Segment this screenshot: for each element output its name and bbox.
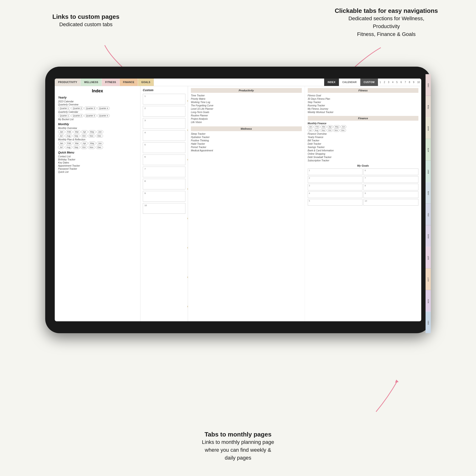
prod-priority-matrix[interactable]: Priority Matrix [191,98,302,100]
month-tab-sep[interactable]: SEP [425,247,431,269]
quarterly-calendar[interactable]: Quarterly Calendar [58,111,137,113]
mpr-mar[interactable]: Mar [73,142,81,145]
quick-birthday-tracker[interactable]: Birthday Tracker [58,158,137,161]
well-medical-appointment[interactable]: Medical Appointment [191,149,302,152]
fin-bill-tracker[interactable]: Bill Tracker [308,139,419,142]
mpr-may[interactable]: May [88,142,96,145]
qc2-pill[interactable]: Quarter 2 [71,114,84,117]
custom-box-5[interactable]: 5 [143,142,186,153]
q3-pill[interactable]: Quarter 3 [84,107,97,110]
goal-7[interactable]: 7 [363,176,418,183]
tab-num-9[interactable]: 9 [411,79,416,86]
monthly-overview[interactable]: Monthly Overview [58,127,137,130]
tab-num-2[interactable]: 2 [382,79,387,86]
mpr-aug[interactable]: Aug [65,146,72,149]
mo-nov[interactable]: Nov [88,134,95,137]
mpr-jan[interactable]: Jan [58,142,65,145]
mpr-feb[interactable]: Feb [66,142,73,145]
prod-working-time-log[interactable]: Working Time Log [191,101,302,103]
mo-apr[interactable]: Apr [81,130,88,134]
tab-fitness[interactable]: FITNESS [102,79,120,86]
fin-nov[interactable]: Nov [333,129,340,132]
mpr-jun[interactable]: Jun [97,142,103,145]
custom-box-9[interactable]: 9 [143,191,186,202]
qc1-pill[interactable]: Quarter 1 [58,114,70,117]
goal-9[interactable]: 9 [363,191,418,198]
fin-bank-card[interactable]: Bank & Card Information [308,149,419,152]
prod-life-vision[interactable]: Life Vision [191,121,302,123]
month-tab-dec[interactable]: DEC [425,311,431,333]
mo-jul[interactable]: Jul [58,134,64,137]
well-positive-thinking[interactable]: Positive Thinking [191,139,302,142]
goal-6[interactable]: 6 [363,169,418,175]
quick-password-tracker[interactable]: Password Tracker [58,168,137,170]
fin-aug[interactable]: Aug [313,129,320,132]
tab-wellness[interactable]: WELLNESS [81,79,102,86]
fin-apr[interactable]: Apr [327,125,333,128]
prod-routine-planner[interactable]: Routine Planner [191,114,302,117]
well-habit-tracker[interactable]: Habit Tracker [191,143,302,145]
month-tab-may[interactable]: MAY [425,161,431,182]
tab-num-6[interactable]: 6 [399,79,403,86]
tab-goals[interactable]: GOALS [138,79,154,86]
tab-custom-main[interactable]: CUSTOM [360,79,378,86]
goal-3[interactable]: 3 [308,184,363,190]
mpr-apr[interactable]: Apr [81,142,88,145]
mpr-dec[interactable]: Dec [96,146,103,149]
quick-appointment-tracker[interactable]: Appointment Tracker [58,165,137,167]
fin-mar[interactable]: Mar [321,125,327,128]
month-tab-oct[interactable]: OCT [425,269,431,290]
fin-savings-tracker[interactable]: Savings Tracker [308,146,419,149]
fin-online-shopping[interactable]: Online Shopping [308,153,419,155]
mo-sep[interactable]: Sep [73,134,80,137]
tab-finance[interactable]: FINANCE [120,79,138,86]
fin-yearly[interactable]: Yearly Finance [308,136,419,138]
mo-dec[interactable]: Dec [96,134,103,137]
mo-feb[interactable]: Feb [66,130,73,134]
custom-box-10[interactable]: 10 [143,203,186,214]
goal-2[interactable]: 2 [308,176,363,183]
fit-running-tracker[interactable]: Running Tracker [308,104,419,107]
prod-level10-life[interactable]: Level 10 Life Planner [191,108,302,110]
mo-mar[interactable]: Mar [73,130,81,134]
month-tab-mar[interactable]: MAR [425,117,431,139]
quick-contact-list[interactable]: Contact List [58,155,137,158]
fit-fitness-goal[interactable]: Fitness Goal [308,94,419,97]
goal-8[interactable]: 8 [363,184,418,190]
custom-box-8[interactable]: 8 [143,179,186,189]
mpr-oct[interactable]: Oct [81,146,87,149]
q1-pill[interactable]: Quarter 1 [58,107,70,110]
tab-num-7[interactable]: 7 [403,79,408,86]
well-period-tracker[interactable]: Period Tracker [191,146,302,149]
quick-quick-list[interactable]: Quick List [58,171,137,173]
q4-pill[interactable]: Quarter 4 [97,107,110,110]
fin-jun[interactable]: Jun [340,125,346,128]
month-tab-jan[interactable]: JAN [425,74,431,96]
month-tab-apr[interactable]: APR [425,139,431,161]
mpr-sep[interactable]: Sep [73,146,80,149]
tab-num-10[interactable]: 10 [416,79,421,86]
tab-num-1[interactable]: 1 [378,79,382,86]
month-tab-feb[interactable]: FEB [425,96,431,118]
custom-box-4[interactable]: 4 [143,130,186,141]
mpr-nov[interactable]: Nov [88,146,95,149]
fin-overview[interactable]: Finance Overview [308,133,419,135]
tab-calendar[interactable]: CALENDAR [339,79,360,86]
mo-jan[interactable]: Jan [58,130,65,134]
q2-pill[interactable]: Quarter 2 [71,107,84,110]
fin-subscription[interactable]: Subscription Tracker [308,159,419,162]
goal-10[interactable]: 10 [363,199,418,206]
tab-num-8[interactable]: 8 [408,79,412,86]
fit-30days[interactable]: 30 Days Fitness Plan [308,98,419,100]
fit-step-tracker[interactable]: Step Tracker [308,101,419,103]
goal-4[interactable]: 4 [308,191,363,198]
fin-debt-tracker[interactable]: Debt Tracker [308,143,419,145]
custom-box-3[interactable]: 3 [143,118,186,129]
qc3-pill[interactable]: Quarter 3 [84,114,97,117]
bucket-list[interactable]: My Bucket List [58,118,137,121]
month-tab-nov[interactable]: NOV [425,290,431,312]
custom-box-2[interactable]: 2 [143,106,186,117]
custom-box-1[interactable]: 1 [143,94,186,104]
tab-num-4[interactable]: 4 [391,79,395,86]
yearly-2023-calendar[interactable]: 2023 Calendar [58,100,137,103]
